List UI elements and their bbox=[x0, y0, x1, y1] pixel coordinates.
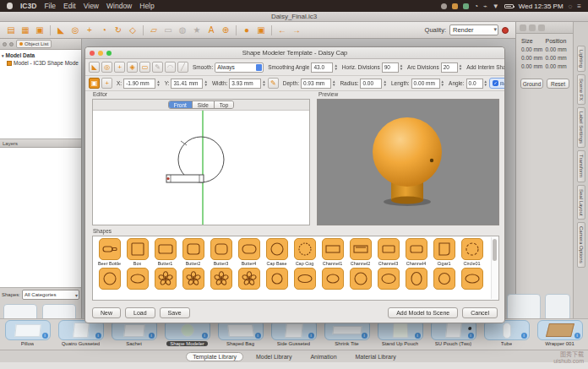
orbit-tool-icon[interactable]: ◔ bbox=[98, 24, 110, 36]
frame-tool-icon[interactable]: ▱ bbox=[148, 24, 160, 36]
square-tool-icon[interactable]: ▣ bbox=[89, 78, 100, 89]
depth-field[interactable]: 0.93 mm ▲▼ bbox=[301, 79, 335, 89]
disclosure-triangle-icon[interactable]: ▾ bbox=[2, 53, 4, 58]
smoothing-angle-spinner[interactable]: 43.0 ▲▼ bbox=[311, 62, 337, 73]
horiz-divisions-spinner[interactable]: 90 ▲▼ bbox=[382, 62, 403, 73]
shape-thumb[interactable] bbox=[207, 268, 235, 290]
shape-thumb[interactable] bbox=[318, 268, 346, 290]
template-su-pouch-two[interactable]: SU Pouch (Two) bbox=[427, 320, 480, 346]
info-icon[interactable] bbox=[521, 333, 527, 339]
shape-thumb[interactable] bbox=[346, 268, 374, 290]
zoom-icon[interactable]: ◎ bbox=[101, 62, 112, 73]
tab-seal-layout[interactable]: Seal Layout bbox=[577, 185, 585, 220]
position-y-value[interactable]: 0.00 mm bbox=[546, 55, 570, 61]
new-document-icon[interactable]: ▤ bbox=[5, 24, 17, 36]
save-icon[interactable]: ▣ bbox=[34, 24, 46, 36]
size-y-value[interactable]: 0.00 mm bbox=[521, 55, 546, 61]
shape-thumb[interactable] bbox=[291, 268, 318, 290]
window-control-dot[interactable] bbox=[3, 42, 7, 46]
template-shaped-bag[interactable]: Shaped Bag bbox=[214, 320, 267, 346]
bluetooth-icon[interactable]: ⌁ bbox=[483, 3, 487, 10]
rect-shape-icon[interactable]: ▭ bbox=[139, 62, 150, 73]
smooth-select[interactable]: Always bbox=[215, 62, 264, 73]
template-pillow[interactable]: Pillow bbox=[1, 320, 54, 346]
shape-beer-bottle[interactable]: Beer Bottle bbox=[95, 238, 123, 266]
info-icon[interactable] bbox=[255, 333, 261, 339]
select-node-icon[interactable]: ◣ bbox=[89, 62, 100, 73]
shape-cigar1[interactable]: Cigar1 bbox=[430, 238, 458, 266]
favorite-icon[interactable]: ★ bbox=[191, 24, 203, 36]
info-icon[interactable] bbox=[468, 333, 474, 339]
new-button[interactable]: New bbox=[92, 307, 121, 318]
shape-cap-cog[interactable]: Cap Cog bbox=[291, 238, 318, 266]
tab-scene-fx[interactable]: Scene FX bbox=[577, 74, 585, 105]
render-ball-icon[interactable]: ● bbox=[241, 24, 253, 36]
tab-top[interactable]: Top bbox=[215, 101, 233, 108]
app-status-icon[interactable] bbox=[441, 3, 447, 9]
material-icon[interactable]: ◍ bbox=[177, 24, 188, 36]
app-status-icon-3[interactable] bbox=[463, 3, 469, 9]
resolve-incorrect-button[interactable]: Resolve Incorrect bbox=[489, 78, 504, 89]
menu-help[interactable]: Help bbox=[139, 2, 154, 10]
zoom-tool-icon[interactable]: ◎ bbox=[69, 24, 81, 36]
app-status-icon-2[interactable] bbox=[452, 3, 458, 9]
template-tube[interactable]: Tube bbox=[480, 320, 533, 346]
arc-icon[interactable]: ◠ bbox=[165, 62, 176, 73]
pen-icon[interactable]: ✎ bbox=[152, 62, 163, 73]
camera-icon[interactable]: ▣ bbox=[255, 24, 267, 36]
panel-tool-icon[interactable] bbox=[529, 24, 536, 31]
radius-field[interactable]: 0.00 ▲▼ bbox=[360, 79, 386, 89]
ground-button[interactable]: Ground bbox=[520, 79, 543, 89]
shape-box[interactable]: Box bbox=[123, 238, 151, 266]
shape-cap-base[interactable]: Cap Base bbox=[263, 238, 291, 266]
tab-template-library[interactable]: Template Library bbox=[186, 352, 243, 361]
save-button[interactable]: Save bbox=[160, 307, 190, 318]
info-icon[interactable] bbox=[149, 333, 155, 339]
spotlight-search-icon[interactable]: ◌ bbox=[569, 3, 573, 10]
template-shape-modeler[interactable]: Shape Modeler bbox=[161, 320, 214, 346]
x-field[interactable]: -1.90 mm ▲▼ bbox=[123, 79, 160, 89]
window-control-dot[interactable] bbox=[9, 42, 14, 46]
menu-clock[interactable]: Wed 12:35 PM bbox=[519, 3, 564, 10]
position-z-value[interactable]: 0.00 mm bbox=[546, 63, 570, 69]
tree-item-model[interactable]: Model - IC3D Shape Mode bbox=[0, 59, 81, 67]
shapes-category-select[interactable]: All Categories bbox=[22, 290, 79, 300]
template-grid-thumb[interactable] bbox=[507, 294, 541, 321]
tree-header-row[interactable]: ▾ Model Data bbox=[0, 52, 81, 59]
tab-side[interactable]: Side bbox=[193, 101, 215, 108]
add-shape-icon[interactable]: + bbox=[101, 78, 112, 89]
node-edit-icon[interactable]: ◈ bbox=[127, 62, 138, 73]
tab-object-list[interactable]: Object List bbox=[16, 40, 52, 48]
shape-thumb[interactable] bbox=[430, 268, 458, 290]
apple-icon[interactable] bbox=[7, 3, 13, 9]
arc-divisions-spinner[interactable]: 20 ▲▼ bbox=[441, 62, 462, 73]
model-preview[interactable] bbox=[317, 99, 499, 225]
info-icon[interactable] bbox=[95, 333, 101, 339]
info-icon[interactable] bbox=[362, 333, 368, 339]
tab-material-library[interactable]: Material Library bbox=[350, 353, 402, 361]
rotate-tool-icon[interactable]: ↻ bbox=[112, 24, 124, 36]
shape-channel3[interactable]: Channel3 bbox=[374, 238, 402, 266]
add-point-icon[interactable]: + bbox=[114, 62, 125, 73]
shape-channel1[interactable]: Channel1 bbox=[318, 238, 346, 266]
quality-select[interactable]: Render bbox=[449, 24, 498, 35]
tab-label-settings[interactable]: Label Settings bbox=[577, 107, 585, 148]
resolve-checkbox[interactable] bbox=[493, 80, 498, 86]
battery-icon[interactable] bbox=[504, 4, 514, 8]
shape-thumb[interactable] bbox=[95, 268, 123, 290]
shape-channel4[interactable]: Channel4 bbox=[402, 238, 430, 266]
size-x-value[interactable]: 0.00 mm bbox=[521, 46, 546, 52]
info-icon[interactable] bbox=[42, 333, 48, 339]
menu-window[interactable]: Window bbox=[106, 2, 132, 10]
length-field[interactable]: 0.00 mm ▲▼ bbox=[411, 79, 444, 89]
wifi-icon[interactable]: ▼ bbox=[493, 3, 499, 10]
position-x-value[interactable]: 0.00 mm bbox=[546, 46, 570, 52]
shape-butter1[interactable]: Butter1 bbox=[151, 238, 179, 266]
measure-tool-icon[interactable]: ▭ bbox=[162, 24, 174, 36]
redo-icon[interactable]: → bbox=[291, 24, 302, 36]
pan-tool-icon[interactable]: + bbox=[84, 24, 95, 36]
shape-thumb[interactable] bbox=[458, 268, 486, 290]
menu-ic3d[interactable]: IC3D bbox=[20, 2, 36, 10]
info-icon[interactable] bbox=[202, 333, 208, 339]
template-side-gusseted[interactable]: Side Gusseted bbox=[267, 320, 320, 346]
